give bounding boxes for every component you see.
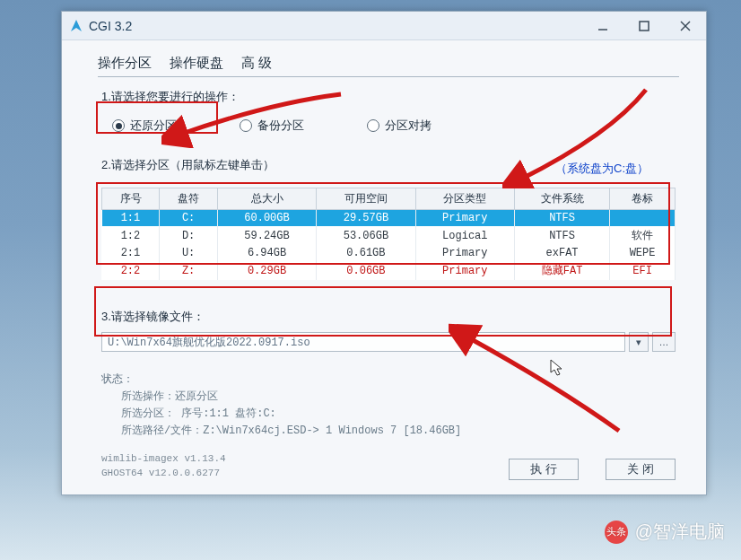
chevron-down-icon: ▾ [636,337,641,348]
minimize-button[interactable] [582,12,623,40]
col-idx: 序号 [102,188,160,210]
table-row[interactable]: 1:1 C: 60.00GB 29.57GB Primary NTFS [102,210,676,227]
radio-backup-label: 备份分区 [257,118,304,134]
cursor-icon [550,359,564,380]
version-block: wimlib-imagex v1.13.4 GHOST64 v12.0.0.62… [101,452,226,480]
col-total: 总大小 [217,188,316,210]
browse-button[interactable]: … [652,332,676,352]
col-ptype: 分区类型 [415,188,514,210]
radio-restore-label: 还原分区 [130,118,177,134]
system-disk-hint: （系统盘为C:盘） [555,161,649,177]
titlebar: CGI 3.2 [62,12,706,40]
menu-disk[interactable]: 操作硬盘 [170,55,223,72]
radio-icon [112,119,125,132]
status-block: 状态： 所选操作：还原分区 所选分区： 序号:1:1 盘符:C: 所选路径/文件… [101,372,676,438]
table-row[interactable]: 1:2 D: 59.24GB 53.06GB Logical NTFS 软件 [102,226,676,245]
wimlib-version: wimlib-imagex v1.13.4 [101,452,226,466]
watermark-text: @智洋电脑 [635,520,725,544]
col-fs: 文件系统 [514,188,609,210]
close-window-button[interactable]: 关 闭 [606,459,676,480]
col-free: 可用空间 [317,188,415,210]
step1-label: 1.请选择您要进行的操作： [101,89,676,105]
radio-copy[interactable]: 分区对拷 [367,118,432,134]
table-row[interactable]: 2:2 Z: 0.29GB 0.06GB Primary 隐藏FAT EFI [102,261,676,280]
status-file: 所选路径/文件：Z:\Win7x64cj.ESD-> 1 Windows 7 [… [101,423,676,438]
close-button[interactable] [665,12,706,40]
col-vol: 卷标 [610,188,676,210]
menubar: 操作分区 操作硬盘 高 级 [98,55,272,72]
step3-label: 3.请选择镜像文件： [101,309,676,325]
app-window: CGI 3.2 操作分区 操作硬盘 高 级 1.请选择您要进行的操作： 还原分区… [61,11,707,495]
svg-rect-1 [640,22,649,31]
status-operation: 所选操作：还原分区 [101,389,676,404]
partition-table[interactable]: 序号 盘符 总大小 可用空间 分区类型 文件系统 卷标 1:1 C: 60.00… [101,188,676,280]
divider [98,76,679,77]
radio-backup[interactable]: 备份分区 [240,118,304,134]
radio-restore[interactable]: 还原分区 [112,118,177,134]
dropdown-button[interactable]: ▾ [629,332,649,352]
ellipsis-icon: … [659,337,669,347]
radio-icon [367,119,379,132]
ghost-version: GHOST64 v12.0.0.6277 [101,467,226,480]
radio-icon [240,119,252,132]
window-title: CGI 3.2 [89,19,132,33]
menu-partition[interactable]: 操作分区 [98,55,152,72]
radio-copy-label: 分区对拷 [385,118,432,134]
maximize-button[interactable] [623,12,665,40]
watermark: 头条 @智洋电脑 [605,520,725,544]
execute-button[interactable]: 执 行 [509,459,579,480]
step2-label: 2.请选择分区（用鼠标左键单击） [101,157,275,173]
image-path-input[interactable] [101,332,625,352]
table-row[interactable]: 2:1 U: 6.94GB 0.61GB Primary exFAT WEPE [102,245,676,261]
col-drv: 盘符 [160,188,217,210]
toutiao-logo-icon: 头条 [605,521,628,544]
menu-advanced[interactable]: 高 级 [241,55,272,72]
status-partition: 所选分区： 序号:1:1 盘符:C: [101,406,676,421]
app-icon [69,19,83,33]
status-header: 状态： [101,372,676,387]
